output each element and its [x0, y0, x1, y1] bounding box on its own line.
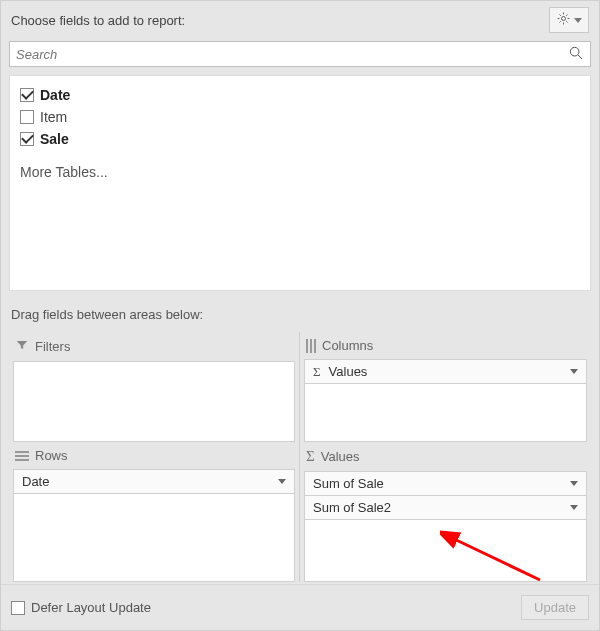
area-label: Values	[321, 449, 360, 464]
gear-icon	[556, 11, 571, 29]
values-drop-zone[interactable]: Sum of Sale Sum of Sale2	[304, 471, 587, 582]
available-fields-list[interactable]: Date Item Sale More Tables...	[9, 75, 591, 291]
field-pill-values[interactable]: Σ Values	[305, 360, 586, 384]
filters-area: Filters	[9, 332, 300, 442]
checkbox-checked-icon[interactable]	[20, 88, 34, 102]
drag-instruction-label: Drag fields between areas below:	[1, 291, 599, 332]
more-tables-link[interactable]: More Tables...	[20, 164, 580, 180]
update-button: Update	[521, 595, 589, 620]
search-icon	[568, 45, 584, 64]
chevron-down-icon	[570, 505, 578, 510]
area-label: Rows	[35, 448, 68, 463]
area-label: Filters	[35, 339, 70, 354]
field-label: Item	[40, 109, 67, 125]
sigma-icon: Σ	[306, 448, 315, 465]
field-pill-sum-of-sale[interactable]: Sum of Sale	[305, 472, 586, 496]
pane-title: Choose fields to add to report:	[11, 13, 185, 28]
rows-icon	[15, 451, 29, 461]
defer-update-toggle[interactable]: Defer Layout Update	[11, 600, 151, 615]
pane-footer: Defer Layout Update Update	[1, 584, 599, 630]
pill-label: Values	[329, 364, 368, 379]
chevron-down-icon	[570, 369, 578, 374]
values-area: Σ Values Sum of Sale Sum of Sale2	[300, 442, 591, 582]
rows-area: Rows Date	[9, 442, 300, 582]
pill-label: Sum of Sale	[313, 476, 384, 491]
values-header: Σ Values	[304, 442, 587, 471]
tools-dropdown-button[interactable]	[549, 7, 589, 33]
chevron-down-icon	[570, 481, 578, 486]
filters-header: Filters	[13, 332, 295, 361]
area-label: Columns	[322, 338, 373, 353]
field-pill-sum-of-sale2[interactable]: Sum of Sale2	[305, 496, 586, 520]
sigma-icon: Σ	[313, 364, 325, 380]
svg-point-0	[562, 17, 566, 21]
svg-line-2	[578, 55, 582, 59]
filters-drop-zone[interactable]	[13, 361, 295, 442]
defer-label: Defer Layout Update	[31, 600, 151, 615]
pill-label: Sum of Sale2	[313, 500, 391, 515]
pill-label: Date	[22, 474, 49, 489]
rows-header: Rows	[13, 442, 295, 469]
field-pill-date[interactable]: Date	[14, 470, 294, 494]
search-field[interactable]	[9, 41, 591, 67]
checkbox-checked-icon[interactable]	[20, 132, 34, 146]
columns-header: Columns	[304, 332, 587, 359]
drop-areas-grid: Filters Columns Σ Values	[1, 332, 599, 582]
columns-icon	[306, 339, 316, 353]
chevron-down-icon	[278, 479, 286, 484]
columns-drop-zone[interactable]: Σ Values	[304, 359, 587, 442]
field-item-item[interactable]: Item	[20, 106, 580, 128]
pane-header: Choose fields to add to report:	[1, 1, 599, 41]
field-label: Date	[40, 87, 70, 103]
svg-point-1	[570, 47, 579, 56]
chevron-down-icon	[574, 18, 582, 23]
checkbox-unchecked-icon[interactable]	[20, 110, 34, 124]
field-label: Sale	[40, 131, 69, 147]
filter-icon	[15, 338, 29, 355]
checkbox-unchecked-icon[interactable]	[11, 601, 25, 615]
pivot-field-list-pane: Choose fields to add to report: Date Ite…	[0, 0, 600, 631]
rows-drop-zone[interactable]: Date	[13, 469, 295, 582]
columns-area: Columns Σ Values	[300, 332, 591, 442]
field-item-sale[interactable]: Sale	[20, 128, 580, 150]
field-item-date[interactable]: Date	[20, 84, 580, 106]
search-input[interactable]	[16, 47, 568, 62]
